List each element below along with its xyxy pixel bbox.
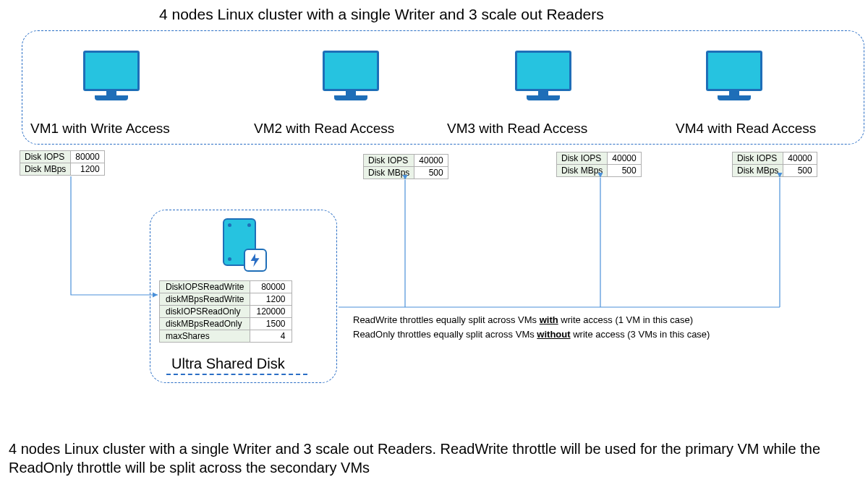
explain-text: ReadWrite throttles equally split across… bbox=[353, 313, 710, 341]
vm1-stats: Disk IOPS80000 Disk MBps1200 bbox=[20, 150, 105, 176]
vm4-stats: Disk IOPS40000 Disk MBps500 bbox=[732, 152, 817, 177]
vm2-label: VM2 with Read Access bbox=[254, 121, 394, 137]
disk-title-underline bbox=[166, 374, 307, 375]
diagram-title: 4 nodes Linux cluster with a single Writ… bbox=[159, 6, 604, 23]
bolt-icon bbox=[244, 249, 267, 272]
vm3-label: VM3 with Read Access bbox=[447, 121, 587, 137]
monitor-vm2 bbox=[323, 51, 379, 100]
monitor-vm1 bbox=[83, 51, 140, 100]
disk-title: Ultra Shared Disk bbox=[171, 356, 285, 372]
vm2-stats: Disk IOPS40000 Disk MBps500 bbox=[363, 154, 448, 179]
vm1-label: VM1 with Write Access bbox=[30, 121, 170, 137]
monitor-vm3 bbox=[515, 51, 571, 100]
monitor-vm4 bbox=[706, 51, 762, 100]
vm4-label: VM4 with Read Access bbox=[676, 121, 816, 137]
disk-props-table: DiskIOPSReadWrite80000 diskMBpsReadWrite… bbox=[159, 280, 292, 343]
vm3-stats: Disk IOPS40000 Disk MBps500 bbox=[556, 152, 642, 177]
caption: 4 nodes Linux cluster with a single Writ… bbox=[9, 439, 855, 477]
